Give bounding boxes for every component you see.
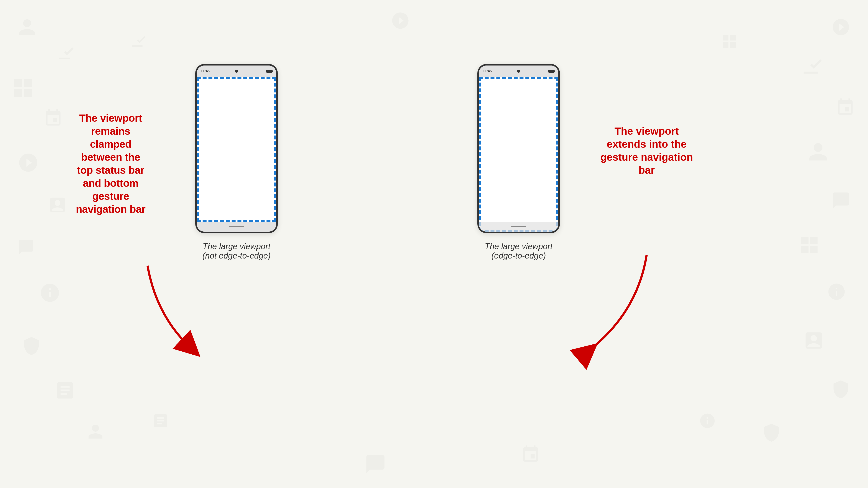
right-annotation: The viewport extends into the gesture na…	[599, 125, 694, 177]
phone-edge-to-edge: 11:45 The large viewport	[477, 64, 560, 260]
caption-right: The large viewport (edge-to-edge)	[477, 242, 560, 260]
nav-bar-left	[197, 222, 276, 232]
phone-not-edge-to-edge: 11:45 The large viewport	[195, 64, 278, 260]
status-bar-left: 11:45	[197, 65, 276, 77]
left-annotation: The viewport remains clamped between the…	[61, 112, 161, 216]
battery-left	[266, 70, 272, 73]
right-arrow	[43, 38, 825, 428]
camera-dot-right	[517, 70, 520, 73]
viewport-not-edge	[197, 77, 276, 222]
nav-bar-right	[479, 222, 558, 232]
caption-left: The large viewport (not edge-to-edge)	[195, 242, 278, 260]
camera-dot-left	[235, 70, 238, 73]
battery-right	[548, 70, 554, 73]
status-bar-right: 11:45	[479, 65, 558, 77]
time-left: 11:45	[201, 69, 210, 73]
time-right: 11:45	[483, 69, 492, 73]
left-arrow	[43, 38, 326, 428]
viewport-edge	[479, 77, 558, 232]
